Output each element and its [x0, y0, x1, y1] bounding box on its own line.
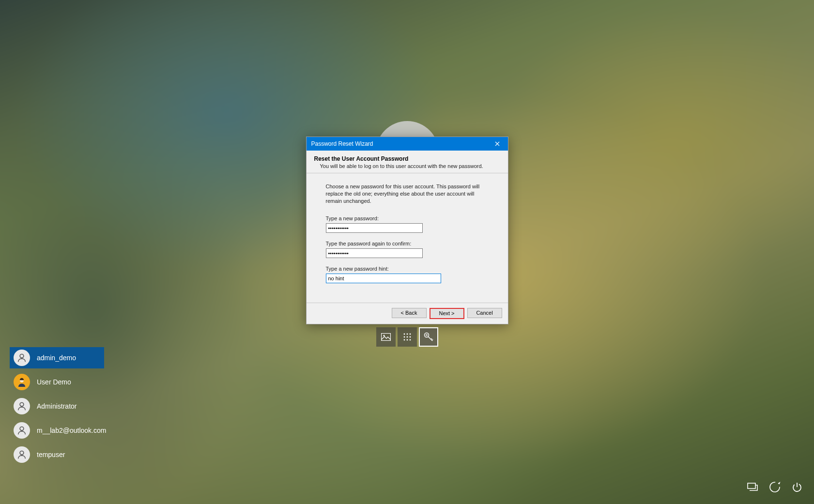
user-item-admin-demo[interactable]: admin_demo — [10, 347, 104, 368]
svg-point-17 — [20, 451, 24, 455]
dialog-titlebar[interactable]: Password Reset Wizard — [307, 137, 508, 151]
svg-point-9 — [406, 339, 408, 341]
svg-point-13 — [20, 354, 24, 358]
network-icon — [747, 482, 758, 492]
user-name: admin_demo — [37, 354, 76, 362]
user-list: admin_demo User Demo Administrator m__la… — [10, 347, 104, 465]
person-icon — [16, 449, 27, 460]
network-button[interactable] — [746, 481, 759, 493]
system-icons — [746, 481, 803, 493]
person-icon — [16, 425, 27, 436]
ease-of-access-icon — [769, 481, 781, 493]
svg-point-6 — [406, 336, 408, 338]
confirm-password-input[interactable] — [326, 248, 423, 258]
person-icon — [16, 352, 27, 363]
cancel-button[interactable]: Cancel — [467, 308, 502, 318]
next-button[interactable]: Next > — [430, 308, 464, 319]
power-button[interactable] — [791, 481, 803, 493]
keypad-icon — [403, 333, 412, 341]
user-name: m__lab2@outlook.com — [37, 427, 106, 434]
svg-point-16 — [20, 427, 24, 430]
user-item-outlook[interactable]: m__lab2@outlook.com — [10, 420, 104, 441]
svg-rect-0 — [381, 334, 390, 341]
pin-option[interactable] — [398, 327, 417, 347]
key-icon — [423, 332, 434, 342]
dialog-header-title: Reset the User Account Password — [314, 155, 500, 162]
dialog-footer: < Back Next > Cancel — [307, 303, 508, 324]
svg-rect-18 — [748, 483, 755, 489]
dialog-body: Choose a new password for this user acco… — [307, 173, 508, 303]
close-icon — [495, 141, 500, 146]
confirm-password-label: Type the password again to confirm: — [326, 241, 489, 246]
avatar — [14, 350, 30, 366]
avatar — [14, 446, 30, 463]
back-button[interactable]: < Back — [392, 308, 427, 318]
close-button[interactable] — [487, 137, 508, 151]
new-password-label: Type a new password: — [326, 215, 489, 221]
ease-of-access-button[interactable] — [768, 481, 781, 493]
picture-icon — [381, 333, 391, 341]
power-icon — [791, 481, 803, 493]
avatar — [14, 422, 30, 439]
user-item-administrator[interactable]: Administrator — [10, 396, 104, 417]
svg-point-1 — [383, 335, 384, 336]
password-hint-label: Type a new password hint: — [326, 266, 489, 272]
dialog-title: Password Reset Wizard — [311, 140, 373, 147]
dialog-header-subtitle: You will be able to log on to this user … — [320, 163, 500, 169]
svg-point-8 — [403, 339, 405, 341]
svg-point-3 — [406, 334, 408, 335]
user-name: tempuser — [37, 451, 65, 458]
person-icon — [16, 401, 27, 412]
svg-point-5 — [403, 336, 405, 338]
user-item-tempuser[interactable]: tempuser — [10, 444, 104, 465]
avatar — [14, 398, 30, 414]
svg-point-4 — [409, 334, 411, 335]
person-icon — [16, 376, 28, 388]
key-option[interactable] — [419, 327, 438, 347]
dialog-header: Reset the User Account Password You will… — [307, 151, 508, 173]
dialog-intro-text: Choose a new password for this user acco… — [326, 183, 489, 205]
user-item-user-demo[interactable]: User Demo — [10, 371, 104, 393]
svg-point-7 — [409, 336, 411, 338]
picture-password-option[interactable] — [376, 327, 396, 347]
password-hint-input[interactable] — [326, 274, 441, 283]
avatar — [14, 374, 30, 390]
new-password-input[interactable] — [326, 223, 423, 233]
password-reset-wizard-dialog: Password Reset Wizard Reset the User Acc… — [306, 137, 508, 324]
svg-point-2 — [403, 334, 405, 335]
svg-point-10 — [409, 339, 411, 341]
svg-point-12 — [426, 335, 427, 336]
svg-point-15 — [20, 402, 24, 406]
user-name: User Demo — [37, 378, 71, 386]
signin-options — [376, 327, 438, 347]
user-name: Administrator — [37, 402, 77, 410]
